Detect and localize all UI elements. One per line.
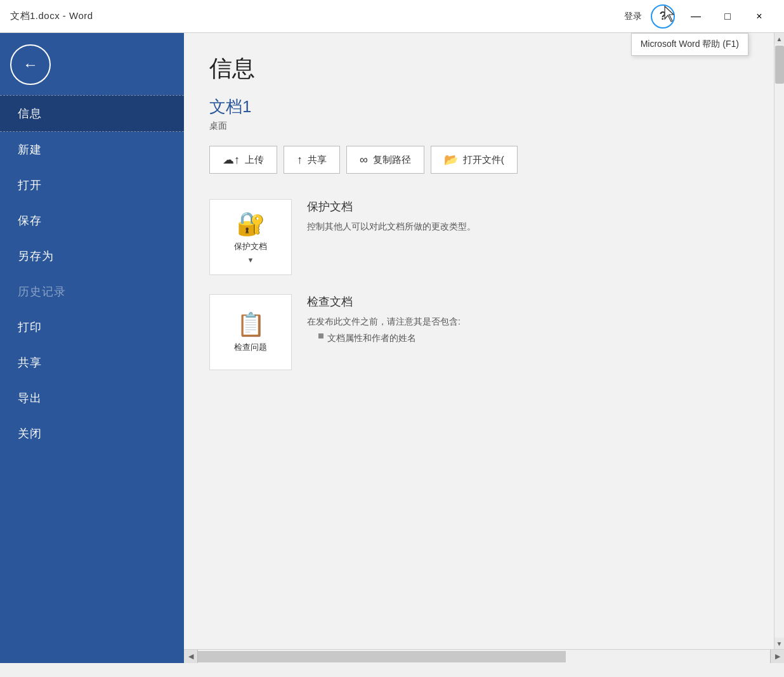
horizontal-scroll-thumb[interactable] — [198, 651, 566, 662]
inspect-document-info: 检查文档 在发布此文件之前，请注意其是否包含: 文档属性和作者的姓名 — [307, 294, 748, 345]
app-body: ← 信息 新建 打开 保存 另存为 历史记录 打印 共享 导出 关闭 — [0, 33, 784, 663]
title-controls: 登录 ? — □ × — [624, 4, 774, 29]
content-area: 信息 文档1 桌面 ☁↑ 上传 ↑ 共享 ∞ 复制路径 — [184, 33, 774, 649]
sidebar-item-export-label: 导出 — [18, 392, 42, 404]
sidebar-item-save-label: 保存 — [18, 214, 42, 227]
horizontal-scrollbar[interactable]: ◀ ▶ — [184, 649, 784, 663]
protect-document-title: 保护文档 — [307, 199, 748, 214]
scroll-up-arrow[interactable]: ▲ — [774, 33, 785, 44]
protect-document-info: 保护文档 控制其他人可以对此文档所做的更改类型。 — [307, 199, 748, 233]
document-name: 文档1 — [209, 96, 748, 118]
sidebar-item-open-label: 打开 — [18, 179, 42, 191]
upload-button[interactable]: ☁↑ 上传 — [209, 146, 277, 174]
sidebar-item-new-label: 新建 — [18, 143, 42, 156]
sidebar-item-share-label: 共享 — [18, 356, 42, 369]
share-label: 共享 — [308, 154, 327, 166]
inspect-icon: 📋 — [237, 311, 265, 338]
protect-document-desc: 控制其他人可以对此文档所做的更改类型。 — [307, 219, 748, 233]
sidebar: ← 信息 新建 打开 保存 另存为 历史记录 打印 共享 导出 关闭 — [0, 33, 184, 663]
share-button[interactable]: ↑ 共享 — [284, 146, 340, 174]
protect-document-card: 🔐 保护文档 ▼ 保护文档 控制其他人可以对此文档所做的更改类型。 — [209, 199, 748, 275]
title-bar: 文档1.docx - Word 登录 ? — □ × Microsoft Wor… — [0, 0, 784, 33]
scroll-thumb[interactable] — [775, 46, 784, 84]
restore-button[interactable]: □ — [713, 5, 742, 28]
sidebar-item-print-label: 打印 — [18, 321, 42, 333]
inspect-document-button[interactable]: 📋 检查问题 — [209, 294, 292, 370]
inspect-desc-text: 在发布此文件之前，请注意其是否包含: — [307, 316, 461, 326]
lock-icon: 🔐 — [237, 210, 265, 237]
document-location: 桌面 — [209, 120, 748, 132]
open-file-button[interactable]: 📂 打开文件( — [431, 146, 518, 174]
scroll-down-arrow[interactable]: ▼ — [774, 638, 785, 649]
sidebar-item-history: 历史记录 — [0, 274, 184, 309]
bullet-icon — [318, 333, 323, 338]
inspect-document-title: 检查文档 — [307, 294, 748, 309]
share-icon: ↑ — [297, 153, 303, 167]
action-buttons-row: ☁↑ 上传 ↑ 共享 ∞ 复制路径 📂 打开文件( — [209, 146, 748, 174]
sidebar-item-saveas[interactable]: 另存为 — [0, 238, 184, 274]
sidebar-item-info-label: 信息 — [18, 107, 42, 120]
sidebar-item-history-label: 历史记录 — [18, 285, 66, 298]
back-icon: ← — [23, 56, 38, 74]
inspect-document-desc: 在发布此文件之前，请注意其是否包含: 文档属性和作者的姓名 — [307, 314, 748, 345]
upload-icon: ☁↑ — [223, 153, 240, 167]
copy-path-button[interactable]: ∞ 复制路径 — [346, 146, 424, 174]
scroll-left-arrow[interactable]: ◀ — [184, 650, 198, 664]
sidebar-item-close[interactable]: 关闭 — [0, 416, 184, 451]
vertical-scrollbar[interactable]: ▲ ▼ — [774, 33, 784, 649]
help-button[interactable]: ? — [651, 4, 675, 29]
sidebar-item-save[interactable]: 保存 — [0, 203, 184, 238]
help-tooltip: Microsoft Word 帮助 (F1) — [631, 33, 748, 56]
sidebar-item-close-label: 关闭 — [18, 427, 42, 440]
protect-document-label: 保护文档 — [234, 241, 267, 252]
sidebar-item-export[interactable]: 导出 — [0, 380, 184, 416]
title-text: 文档1.docx - Word — [10, 10, 624, 22]
sidebar-item-print[interactable]: 打印 — [0, 309, 184, 345]
sidebar-item-share[interactable]: 共享 — [0, 345, 184, 380]
sidebar-item-new[interactable]: 新建 — [0, 132, 184, 167]
sidebar-item-saveas-label: 另存为 — [18, 250, 54, 262]
sidebar-item-open[interactable]: 打开 — [0, 167, 184, 203]
inspect-list-item-text: 文档属性和作者的姓名 — [327, 331, 416, 345]
main-content: 信息 文档1 桌面 ☁↑ 上传 ↑ 共享 ∞ 复制路径 — [184, 33, 784, 663]
minimize-button[interactable]: — — [681, 5, 710, 28]
protect-document-button[interactable]: 🔐 保护文档 ▼ — [209, 199, 292, 275]
inspect-list-item: 文档属性和作者的姓名 — [318, 331, 748, 345]
folder-icon: 📂 — [444, 153, 458, 167]
link-icon: ∞ — [360, 153, 368, 167]
horizontal-scroll-track[interactable] — [198, 650, 770, 663]
copy-path-label: 复制路径 — [373, 154, 411, 166]
sidebar-item-info[interactable]: 信息 — [0, 95, 184, 132]
scroll-right-arrow[interactable]: ▶ — [770, 650, 784, 664]
inspect-document-label: 检查问题 — [234, 342, 267, 353]
close-button[interactable]: × — [745, 5, 774, 28]
page-title: 信息 — [209, 53, 748, 84]
protect-dropdown-arrow: ▼ — [247, 256, 254, 264]
login-button[interactable]: 登录 — [624, 11, 642, 22]
inspect-document-card: 📋 检查问题 检查文档 在发布此文件之前，请注意其是否包含: 文档属性和作者的姓… — [209, 294, 748, 370]
open-file-label: 打开文件( — [463, 154, 504, 166]
upload-label: 上传 — [245, 154, 264, 166]
back-button[interactable]: ← — [10, 44, 51, 85]
